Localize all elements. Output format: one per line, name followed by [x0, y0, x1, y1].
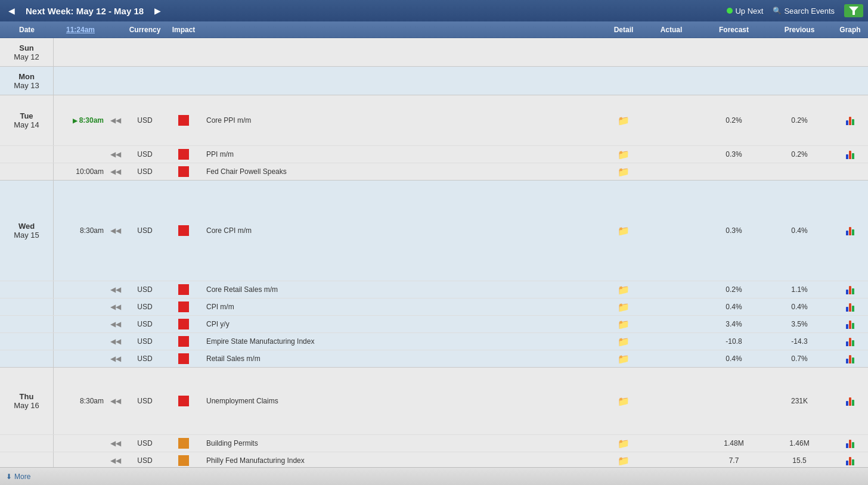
- detail-icon-cell[interactable]: 📁: [606, 223, 641, 238]
- sound-cell[interactable]: ◀◀: [107, 301, 124, 313]
- col-header-time[interactable]: 11:24am: [54, 26, 107, 34]
- folder-icon[interactable]: 📁: [618, 149, 630, 160]
- sound-cell[interactable]: ◀◀: [107, 166, 124, 178]
- sound-icon[interactable]: ◀◀: [110, 337, 121, 346]
- bar3: [852, 357, 854, 363]
- graph-cell[interactable]: [832, 454, 868, 467]
- sound-cell[interactable]: ◀◀: [107, 318, 124, 330]
- sound-icon[interactable]: ◀◀: [110, 116, 121, 125]
- day-name: Tue: [20, 111, 33, 120]
- bar1: [846, 120, 848, 125]
- chart-icon[interactable]: [846, 226, 854, 235]
- col-header-currency[interactable]: Currency: [124, 26, 166, 34]
- bar2: [849, 457, 851, 465]
- sound-icon[interactable]: ◀◀: [110, 439, 121, 447]
- day-date: May 12: [14, 52, 39, 61]
- detail-icon-cell[interactable]: 📁: [606, 317, 641, 332]
- detail-icon-cell[interactable]: 📁: [606, 436, 641, 451]
- graph-cell[interactable]: [832, 170, 868, 173]
- folder-icon[interactable]: 📁: [618, 353, 630, 365]
- folder-icon[interactable]: 📁: [618, 455, 630, 467]
- impact-cell: [166, 147, 202, 161]
- graph-cell[interactable]: [832, 352, 868, 365]
- chart-icon[interactable]: [846, 456, 854, 465]
- detail-icon-cell[interactable]: 📁: [606, 164, 641, 179]
- graph-cell[interactable]: [832, 437, 868, 450]
- graph-cell[interactable]: [832, 114, 868, 127]
- chart-icon[interactable]: [846, 116, 854, 125]
- sound-icon[interactable]: ◀◀: [110, 226, 121, 235]
- folder-icon[interactable]: 📁: [618, 301, 630, 313]
- sound-cell[interactable]: ◀◀: [107, 455, 124, 467]
- filter-button[interactable]: [844, 4, 863, 17]
- forecast-value: -10.8: [701, 335, 767, 347]
- actual-value: [641, 229, 701, 232]
- chart-icon[interactable]: [846, 354, 854, 363]
- sound-icon[interactable]: ◀◀: [110, 397, 121, 405]
- currency-cell: USD: [124, 335, 166, 347]
- sound-icon[interactable]: ◀◀: [110, 303, 121, 311]
- graph-cell[interactable]: [832, 335, 868, 348]
- chart-icon[interactable]: [846, 285, 854, 294]
- detail-icon-cell[interactable]: 📁: [606, 282, 641, 297]
- folder-icon[interactable]: 📁: [618, 396, 630, 407]
- sound-cell[interactable]: ◀◀: [107, 114, 124, 126]
- detail-icon-cell[interactable]: 📁: [606, 300, 641, 315]
- graph-cell[interactable]: [832, 224, 868, 237]
- graph-cell[interactable]: [832, 300, 868, 313]
- bar2: [849, 303, 851, 312]
- sound-icon[interactable]: ◀◀: [110, 456, 121, 465]
- folder-icon[interactable]: 📁: [618, 319, 630, 330]
- search-events-button[interactable]: 🔍 Search Events: [773, 7, 835, 15]
- folder-icon[interactable]: 📁: [618, 284, 630, 296]
- folder-icon[interactable]: 📁: [618, 166, 630, 178]
- graph-cell[interactable]: [832, 283, 868, 296]
- detail-icon-cell[interactable]: 📁: [606, 113, 641, 128]
- sound-icon[interactable]: ◀◀: [110, 167, 121, 176]
- sound-cell[interactable]: ◀◀: [107, 284, 124, 296]
- sound-icon[interactable]: ◀◀: [110, 285, 121, 294]
- forecast-value: 0.2%: [701, 284, 767, 296]
- chart-icon[interactable]: [846, 337, 854, 346]
- graph-cell[interactable]: [832, 148, 868, 161]
- up-next-button[interactable]: Up Next: [727, 7, 763, 15]
- detail-icon-cell[interactable]: 📁: [606, 394, 641, 409]
- detail-icon-cell[interactable]: 📁: [606, 453, 641, 468]
- event-time: [54, 340, 107, 343]
- sound-cell[interactable]: ◀◀: [107, 437, 124, 449]
- event-time: [54, 288, 107, 291]
- more-button[interactable]: ⬇ More: [6, 472, 30, 481]
- folder-icon[interactable]: 📁: [618, 336, 630, 347]
- next-week-arrow[interactable]: ▶: [151, 4, 165, 18]
- sound-cell[interactable]: ◀◀: [107, 148, 124, 160]
- chart-icon[interactable]: [846, 150, 854, 159]
- chart-icon[interactable]: [846, 302, 854, 312]
- sound-cell[interactable]: ◀◀: [107, 353, 124, 365]
- sound-icon[interactable]: ◀◀: [110, 320, 121, 328]
- graph-cell[interactable]: [832, 394, 868, 408]
- prev-week-arrow[interactable]: ◀: [5, 4, 18, 18]
- sound-cell[interactable]: ◀◀: [107, 395, 124, 407]
- sound-cell[interactable]: ◀◀: [107, 335, 124, 347]
- folder-icon[interactable]: 📁: [618, 115, 630, 126]
- event-name: Philly Fed Manufacturing Index: [202, 455, 606, 467]
- event-time: [54, 322, 107, 326]
- impact-cell: [166, 113, 202, 128]
- actual-value: [641, 305, 701, 309]
- forecast-value: 0.3%: [701, 148, 767, 160]
- chart-icon[interactable]: [846, 396, 854, 406]
- folder-icon[interactable]: 📁: [618, 225, 630, 237]
- folder-icon[interactable]: 📁: [618, 438, 630, 449]
- sound-icon[interactable]: ◀◀: [110, 355, 121, 363]
- chart-icon[interactable]: [846, 439, 854, 448]
- sound-cell[interactable]: ◀◀: [107, 225, 124, 237]
- graph-cell[interactable]: [832, 318, 868, 331]
- previous-value: 0.2%: [767, 148, 832, 160]
- detail-icon-cell[interactable]: 📁: [606, 147, 641, 162]
- detail-icon-cell[interactable]: 📁: [606, 352, 641, 366]
- impact-cell: [166, 317, 202, 331]
- chart-icon[interactable]: [846, 319, 854, 329]
- event-name: Empire State Manufacturing Index: [202, 335, 606, 347]
- detail-icon-cell[interactable]: 📁: [606, 334, 641, 349]
- sound-icon[interactable]: ◀◀: [110, 150, 121, 158]
